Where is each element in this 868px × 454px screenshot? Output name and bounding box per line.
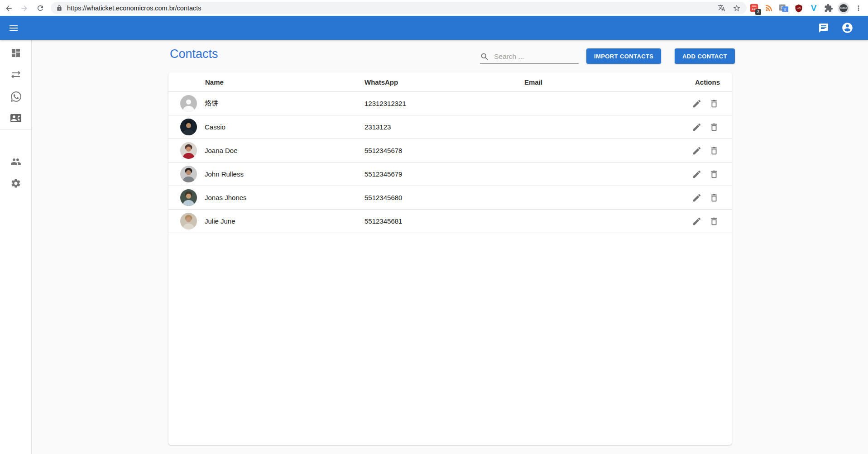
extensions-area: 3 G 文 uO V [748,0,864,16]
browser-back-button[interactable] [3,2,14,14]
edit-contact-button[interactable] [691,98,703,110]
sidebar-item-contacts[interactable] [0,107,32,129]
extensions-puzzle-button[interactable] [823,2,834,14]
connections-swap-icon [10,69,21,80]
contact-avatar [180,213,197,229]
translate-page-button[interactable] [717,4,726,13]
edit-contact-button[interactable] [691,215,703,227]
table-row: John Rulless 5512345679 [168,162,732,186]
contact-name: Cassio [205,123,225,131]
edit-pencil-icon [692,122,702,132]
edit-pencil-icon [692,216,702,226]
contact-whatsapp: 5512345678 [364,147,524,154]
table-row: Cassio 2313123 [168,115,732,139]
main-content: Contacts IMPORT CONTACTS ADD CONTACT Nam… [32,40,868,454]
arrow-forward-icon [20,4,29,13]
contact-name: 烙饼 [205,99,218,108]
extension-translate-button[interactable]: G 文 [778,2,790,14]
column-header-email: Email [524,78,659,86]
search-icon [480,52,489,62]
contact-avatar [180,119,197,135]
table-row: 烙饼 12312312321 [168,92,732,115]
table-header: Name WhatsApp Email Actions [168,72,732,92]
extension-red-button[interactable]: 3 [748,2,760,14]
profile-avatar-icon [838,2,849,14]
delete-trash-icon [709,146,719,156]
extension-ublock-button[interactable]: uO [793,2,805,14]
app-top-bar [0,16,868,40]
contact-whatsapp: 5512345680 [364,194,524,201]
sidebar-nav [0,40,32,454]
bookmark-star-button[interactable] [732,4,741,13]
contact-name: Joana Doe [205,147,238,154]
sidebar-item-dashboard[interactable] [0,42,32,64]
ublock-shield-icon: uO [794,4,803,13]
account-circle-icon [841,22,854,34]
import-contacts-button[interactable]: IMPORT CONTACTS [586,48,661,64]
browser-reload-button[interactable] [34,2,46,14]
refresh-icon [36,4,44,12]
users-icon [10,156,21,167]
search-input[interactable] [494,53,571,61]
messages-button[interactable] [813,17,834,39]
contact-avatar [180,142,197,159]
extension-rss-button[interactable] [763,2,775,14]
delete-trash-icon [709,216,719,226]
address-bar[interactable]: https://whaticket.economicros.com.br/con… [51,2,747,14]
contact-whatsapp: 5512345679 [364,170,524,178]
delete-contact-button[interactable] [708,215,720,227]
contact-avatar [180,166,197,182]
contact-whatsapp: 12312312321 [364,100,524,107]
column-header-name: Name [168,78,364,86]
delete-trash-icon [709,99,719,109]
browser-forward-button[interactable] [18,2,30,14]
whatsapp-icon [11,91,21,102]
puzzle-icon [824,4,833,13]
delete-contact-button[interactable] [708,168,720,180]
contact-whatsapp: 2313123 [364,123,524,131]
edit-pencil-icon [692,193,702,203]
translate-icon [718,4,725,12]
svg-text:uO: uO [797,6,801,10]
edit-contact-button[interactable] [691,192,703,204]
contact-avatar [180,189,197,206]
sidebar-item-users[interactable] [0,151,32,172]
edit-pencil-icon [692,99,702,109]
contact-name: Jonas Jhones [205,194,247,201]
svg-text:文: 文 [783,7,787,11]
table-row: Jonas Jhones 5512345680 [168,186,732,210]
dashboard-icon [10,48,21,58]
extension-badge: 3 [755,9,761,15]
column-header-whatsapp: WhatsApp [364,78,524,86]
contacts-icon [10,113,21,124]
edit-pencil-icon [692,146,702,156]
lock-icon [56,5,62,11]
browser-menu-button[interactable] [853,2,864,14]
browser-profile-button[interactable] [838,2,849,14]
sidebar-item-whatsapp[interactable] [0,86,32,107]
delete-contact-button[interactable] [708,145,720,157]
delete-trash-icon [709,169,719,179]
account-menu-button[interactable] [836,17,858,39]
delete-contact-button[interactable] [708,192,720,204]
edit-contact-button[interactable] [691,121,703,133]
hamburger-icon [8,23,19,33]
edit-contact-button[interactable] [691,168,703,180]
column-header-actions: Actions [659,78,732,86]
browser-toolbar: https://whaticket.economicros.com.br/con… [0,0,868,16]
sidebar-item-connections[interactable] [0,64,32,86]
delete-contact-button[interactable] [708,98,720,110]
sidebar-item-settings[interactable] [0,172,32,194]
contact-avatar [180,95,197,112]
add-contact-button[interactable]: ADD CONTACT [675,48,735,64]
delete-contact-button[interactable] [708,121,720,133]
edit-contact-button[interactable] [691,145,703,157]
extension-v-button[interactable]: V [808,2,820,14]
rss-icon [764,3,774,13]
table-body: 烙饼 12312312321 Cassio 23131 [168,92,732,233]
search-field [480,50,579,64]
kebab-menu-icon [854,4,863,12]
contact-name: Julie June [205,217,235,225]
menu-hamburger-button[interactable] [3,17,24,39]
contact-whatsapp: 5512345681 [364,217,524,225]
